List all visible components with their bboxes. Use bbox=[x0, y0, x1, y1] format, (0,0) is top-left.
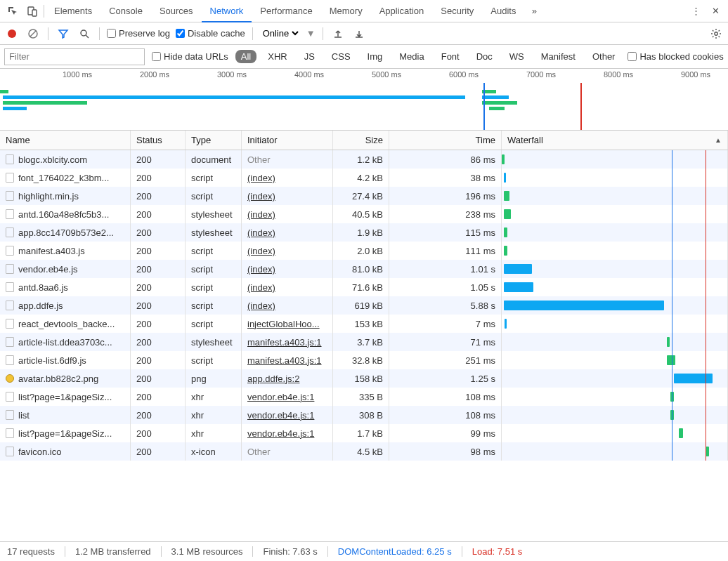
table-row[interactable]: antd.160a48e8fc5b3...200stylesheet(index… bbox=[0, 205, 728, 223]
tab-elements[interactable]: Elements bbox=[46, 0, 100, 22]
request-time: 108 ms bbox=[389, 406, 502, 424]
tab-application[interactable]: Application bbox=[371, 0, 433, 22]
filter-type-all[interactable]: All bbox=[235, 50, 256, 63]
request-time: 98 ms bbox=[389, 442, 502, 461]
table-row[interactable]: article-list.6df9.js200scriptmanifest.a4… bbox=[0, 351, 728, 369]
col-type[interactable]: Type bbox=[186, 131, 242, 150]
record-button[interactable] bbox=[4, 26, 20, 41]
search-icon[interactable] bbox=[77, 26, 92, 41]
inspect-icon[interactable] bbox=[3, 1, 22, 21]
filter-type-ws[interactable]: WS bbox=[504, 50, 530, 63]
request-type: script bbox=[186, 351, 242, 369]
col-name[interactable]: Name bbox=[0, 131, 131, 150]
divider bbox=[323, 27, 323, 40]
disable-cache-checkbox[interactable]: Disable cache bbox=[176, 28, 245, 39]
request-status: 200 bbox=[131, 187, 186, 205]
kebab-menu-icon[interactable]: ⋮ bbox=[686, 1, 706, 21]
table-row[interactable]: font_1764022_k3bm...200script(index)4.2 … bbox=[0, 169, 728, 187]
request-initiator[interactable]: (index) bbox=[247, 209, 275, 220]
request-initiator[interactable]: app.ddfe.js:2 bbox=[247, 374, 299, 384]
table-row[interactable]: list200xhrvendor.eb4e.js:1308 B108 ms bbox=[0, 406, 728, 424]
request-waterfall bbox=[502, 406, 728, 424]
table-row[interactable]: list?page=1&pageSiz...200xhrvendor.eb4e.… bbox=[0, 388, 728, 406]
request-initiator[interactable]: vendor.eb4e.js:1 bbox=[247, 392, 314, 402]
has-blocked-cookies-checkbox[interactable]: Has blocked cookies bbox=[628, 51, 723, 62]
table-row[interactable]: list?page=1&pageSiz...200xhrvendor.eb4e.… bbox=[0, 424, 728, 442]
request-name: blogc.xblcity.com bbox=[18, 154, 87, 165]
timeline-overview[interactable]: 1000 ms2000 ms3000 ms4000 ms5000 ms6000 … bbox=[0, 69, 728, 131]
filter-type-css[interactable]: CSS bbox=[326, 50, 356, 63]
table-row[interactable]: app.ddfe.js200script(index)619 kB5.88 s bbox=[0, 296, 728, 315]
more-tabs-icon[interactable]: » bbox=[524, 1, 544, 21]
request-name: avatar.bb828c2.png bbox=[18, 374, 98, 384]
close-icon[interactable]: ✕ bbox=[706, 1, 725, 21]
table-row[interactable]: antd.8aa6.js200script(index)71.6 kB1.05 … bbox=[0, 278, 728, 296]
table-row[interactable]: article-list.ddea3703c...200stylesheetma… bbox=[0, 333, 728, 351]
preserve-log-checkbox[interactable]: Preserve log bbox=[107, 28, 170, 39]
tab-performance[interactable]: Performance bbox=[252, 0, 320, 22]
table-row[interactable]: app.8cc14709b573e2...200stylesheet(index… bbox=[0, 223, 728, 242]
col-initiator[interactable]: Initiator bbox=[242, 131, 333, 150]
tab-security[interactable]: Security bbox=[432, 0, 482, 22]
request-initiator[interactable]: (index) bbox=[247, 246, 275, 256]
table-row[interactable]: highlight.min.js200script(index)27.4 kB1… bbox=[0, 187, 728, 205]
table-row[interactable]: blogc.xblcity.com200documentOther1.2 kB8… bbox=[0, 150, 728, 169]
upload-har-icon[interactable] bbox=[330, 26, 346, 41]
request-type: stylesheet bbox=[186, 333, 242, 351]
file-icon bbox=[6, 173, 14, 183]
table-body[interactable]: blogc.xblcity.com200documentOther1.2 kB8… bbox=[0, 150, 728, 541]
table-row[interactable]: favicon.ico200x-iconOther4.5 kB98 ms bbox=[0, 442, 728, 461]
hide-data-urls-checkbox[interactable]: Hide data URLs bbox=[152, 51, 228, 62]
filter-type-js[interactable]: JS bbox=[299, 50, 320, 63]
settings-gear-icon[interactable] bbox=[708, 26, 724, 41]
request-initiator[interactable]: (index) bbox=[247, 282, 275, 293]
col-time[interactable]: Time bbox=[389, 131, 502, 150]
filter-type-manifest[interactable]: Manifest bbox=[535, 50, 581, 63]
filter-type-doc[interactable]: Doc bbox=[471, 50, 498, 63]
filter-type-img[interactable]: Img bbox=[362, 50, 389, 63]
table-row[interactable]: vendor.eb4e.js200script(index)81.0 kB1.0… bbox=[0, 260, 728, 278]
tab-console[interactable]: Console bbox=[100, 0, 151, 22]
status-finish: Finish: 7.63 s bbox=[263, 546, 327, 557]
request-waterfall bbox=[502, 223, 728, 242]
request-initiator[interactable]: vendor.eb4e.js:1 bbox=[247, 410, 314, 421]
request-initiator[interactable]: manifest.a403.js:1 bbox=[247, 337, 322, 348]
table-row[interactable]: avatar.bb828c2.png200pngapp.ddfe.js:2158… bbox=[0, 369, 728, 388]
filter-type-other[interactable]: Other bbox=[587, 50, 621, 63]
download-har-icon[interactable] bbox=[351, 26, 367, 41]
filter-toggle-icon[interactable] bbox=[56, 26, 71, 41]
table-row[interactable]: react_devtools_backe...200scriptinjectGl… bbox=[0, 315, 728, 333]
request-status: 200 bbox=[131, 150, 186, 169]
request-status: 200 bbox=[131, 333, 186, 351]
tab-network[interactable]: Network bbox=[202, 0, 252, 22]
filter-input[interactable] bbox=[4, 48, 145, 65]
clear-button[interactable] bbox=[25, 26, 41, 41]
request-initiator[interactable]: manifest.a403.js:1 bbox=[247, 355, 322, 366]
filter-type-xhr[interactable]: XHR bbox=[262, 50, 292, 63]
file-icon bbox=[6, 337, 14, 347]
table-row[interactable]: manifest.a403.js200script(index)2.0 kB11… bbox=[0, 242, 728, 260]
file-icon bbox=[6, 355, 14, 365]
tab-memory[interactable]: Memory bbox=[321, 0, 371, 22]
tab-audits[interactable]: Audits bbox=[482, 0, 524, 22]
request-initiator[interactable]: (index) bbox=[247, 191, 275, 202]
file-icon bbox=[6, 154, 14, 164]
request-initiator[interactable]: vendor.eb4e.js:1 bbox=[247, 428, 314, 439]
request-type: stylesheet bbox=[186, 205, 242, 223]
device-toggle-icon[interactable] bbox=[22, 1, 42, 21]
divider bbox=[252, 27, 253, 40]
col-size[interactable]: Size bbox=[333, 131, 389, 150]
throttling-select[interactable]: Online bbox=[260, 27, 301, 39]
request-initiator[interactable]: (index) bbox=[247, 264, 275, 275]
request-initiator[interactable]: (index) bbox=[247, 173, 275, 183]
request-initiator[interactable]: (index) bbox=[247, 227, 275, 238]
tab-sources[interactable]: Sources bbox=[151, 0, 202, 22]
filter-type-media[interactable]: Media bbox=[394, 50, 429, 63]
request-waterfall bbox=[502, 315, 728, 333]
file-icon bbox=[6, 301, 14, 310]
request-initiator[interactable]: (index) bbox=[247, 301, 275, 311]
col-waterfall[interactable]: Waterfall▲ bbox=[502, 131, 728, 150]
filter-type-font[interactable]: Font bbox=[436, 50, 465, 63]
request-initiator[interactable]: injectGlobalHoo... bbox=[247, 319, 320, 329]
col-status[interactable]: Status bbox=[131, 131, 186, 150]
